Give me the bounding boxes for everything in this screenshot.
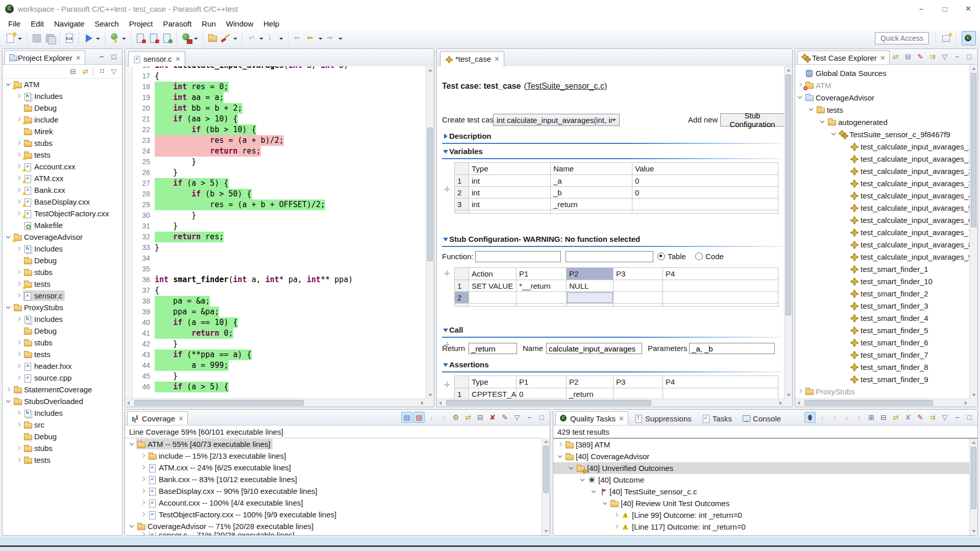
chevron-collapsed-icon[interactable] (15, 92, 23, 101)
column-header[interactable] (455, 376, 469, 388)
table-cell[interactable] (663, 388, 778, 399)
collapse-all-icon[interactable]: ⊟ (67, 66, 79, 77)
table-cell[interactable]: 0 (517, 388, 567, 399)
tree-item[interactable]: ATM (3, 79, 122, 90)
back-grey-icon[interactable] (292, 32, 304, 44)
tree-item[interactable]: Debug (3, 255, 122, 266)
brush2-icon[interactable]: ✎ (915, 51, 926, 62)
filter-icon[interactable]: ⇉ (927, 51, 938, 62)
column-header[interactable]: Name (551, 163, 632, 175)
tree-item[interactable]: TestSuite_sensor_c_9f8467f9 (795, 128, 977, 140)
chevron-expanded-icon[interactable] (579, 476, 587, 484)
menu-search[interactable]: Search (89, 18, 124, 29)
back-gold-icon[interactable] (305, 32, 317, 44)
column-header[interactable]: P1 (517, 376, 567, 388)
table-cell[interactable] (517, 304, 567, 307)
tree-item[interactable]: [Line 99] Outcome: int _return=0 (553, 509, 977, 521)
table-cell[interactable]: 0 (632, 187, 778, 198)
code-line[interactable]: 19 int aa = a; (125, 92, 426, 103)
chevron-collapsed-icon[interactable] (15, 163, 23, 171)
menu-run[interactable]: Run (197, 18, 221, 29)
radio-table[interactable]: Table (657, 252, 686, 261)
build-binary-icon[interactable] (63, 32, 76, 44)
code-line[interactable]: 32 return res; (125, 232, 426, 242)
code-line[interactable]: 43 if (**ppa == a) { (125, 349, 426, 360)
section-call[interactable]: Call (442, 325, 463, 334)
chevron-expanded-icon[interactable] (5, 304, 13, 312)
code-line[interactable]: 24 return res; (125, 146, 426, 157)
table-row[interactable]: 1SET VALUE*__returnNULL (455, 280, 778, 292)
chevron-collapsed-icon[interactable] (556, 441, 565, 449)
column-header[interactable]: P1 (517, 268, 567, 280)
vertical-scrollbar[interactable] (542, 438, 550, 535)
code-line[interactable]: 29 res = (a + b + OFFSET)/2; (125, 199, 426, 210)
scroll-down-icon[interactable] (426, 391, 434, 399)
chevron-collapsed-icon[interactable] (139, 475, 148, 484)
scroll-right-icon[interactable] (777, 399, 785, 407)
chevron-collapsed-icon[interactable] (15, 444, 23, 453)
code-line[interactable]: 44 a = 999; (125, 360, 426, 371)
tree-item[interactable]: Debug (3, 431, 122, 442)
menu-window[interactable]: Window (221, 18, 258, 29)
tab-suppressions[interactable]: Suppressions (630, 411, 696, 425)
arrow-down-gold[interactable]: ↓ (841, 412, 852, 423)
chevron-collapsed-icon[interactable] (15, 339, 23, 347)
table-cell[interactable]: _b (551, 187, 632, 198)
chevron-expanded-icon[interactable] (807, 106, 816, 114)
tree-item[interactable]: sensor.c (3, 290, 122, 302)
chevron-collapsed-icon[interactable] (15, 151, 23, 159)
tree-item[interactable]: test_smart_finder_1 (795, 263, 977, 275)
chevron-collapsed-icon[interactable] (15, 421, 23, 429)
tree-item[interactable]: ATM.cxx (3, 172, 122, 184)
tree-item[interactable]: [Line 117] Outcome: int _return=0 (553, 521, 977, 533)
tree-item[interactable]: autogenerated (795, 116, 977, 128)
menu-help[interactable]: Help (258, 18, 284, 29)
tab-quality-tasks[interactable]: Quality Tasks ✕ (555, 411, 628, 425)
code-line[interactable]: 16int calculate_input_avarages(int a, in… (125, 66, 426, 71)
column-header[interactable]: P3 (614, 376, 663, 388)
tree-item[interactable]: ProxyStubs (795, 385, 977, 397)
chevron-collapsed-icon[interactable] (15, 174, 23, 183)
chevron-collapsed-icon[interactable] (15, 315, 23, 323)
table-row[interactable] (455, 210, 778, 214)
test-history-red-icon[interactable] (135, 32, 147, 44)
new-wizard-icon[interactable] (5, 32, 17, 44)
tree-item[interactable]: Bank.cxx (3, 184, 122, 196)
tree-item[interactable]: CoverageAdvisor (795, 91, 977, 104)
arrow-up-grey[interactable]: ↑ (829, 412, 840, 423)
horizontal-scrollbar[interactable] (795, 398, 970, 407)
tree-item[interactable]: ATM.cxx -- 24% [6/25 executable lines] (125, 462, 550, 473)
chevron-collapsed-icon[interactable] (15, 198, 23, 206)
table-cell[interactable]: int (469, 187, 551, 198)
table-cell[interactable] (632, 198, 778, 210)
return-input[interactable] (469, 343, 517, 354)
scroll-left-icon[interactable] (795, 399, 803, 407)
tree-item[interactable]: StatementCoverage (3, 384, 122, 395)
scroll-right-icon[interactable] (962, 399, 970, 407)
clear-icon[interactable]: ✘ (902, 412, 914, 423)
arrow-up-gold[interactable]: ↑ (853, 412, 865, 423)
tree-item[interactable]: test_calculate_input_avarages_3 (795, 177, 977, 189)
max-icon[interactable]: □ (964, 412, 975, 423)
chevron-expanded-icon[interactable] (128, 440, 136, 448)
scroll-left-icon[interactable] (437, 399, 445, 407)
menu-project[interactable]: Project (124, 18, 158, 29)
collapse-all-icon[interactable]: ⊟ (878, 412, 889, 423)
forward-grey-icon[interactable] (325, 32, 337, 44)
tab-console[interactable]: Console (738, 411, 785, 425)
tree-item[interactable]: TestObjectFactory.cxx -- 100% [9/9 execu… (125, 509, 550, 520)
close-icon[interactable]: ✕ (76, 54, 81, 62)
maximize-button[interactable]: □ (933, 0, 957, 17)
min-icon[interactable]: − (524, 412, 535, 423)
column-header[interactable]: P2 (567, 268, 614, 280)
dropdown-arrow-icon[interactable] (338, 32, 344, 44)
tree-item[interactable]: CoverageAdvisor (3, 231, 122, 243)
chevron-expanded-icon[interactable] (590, 488, 598, 496)
code-line[interactable]: 20 int bb = b + 2; (125, 103, 426, 114)
min-icon[interactable]: − (951, 51, 963, 62)
tree-item[interactable]: test_calculate_input_avarages_9 (795, 251, 977, 263)
chevron-collapsed-icon[interactable] (139, 511, 148, 519)
test-history-red2-icon[interactable] (148, 32, 160, 44)
table-row[interactable]: 1int_a0 (455, 175, 778, 187)
section-expanded-icon[interactable] (442, 361, 449, 368)
